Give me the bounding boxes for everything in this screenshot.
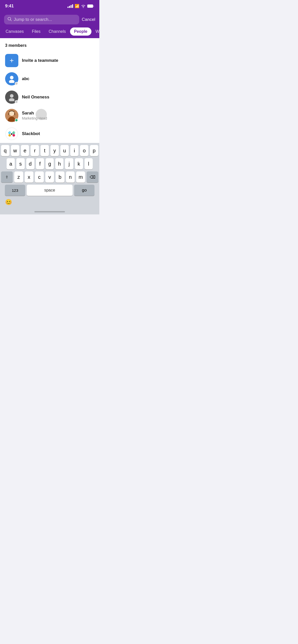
home-bar [34,211,65,212]
key-a[interactable]: a [7,158,15,169]
key-k[interactable]: k [75,158,83,169]
neil-name: Neil Oneness [22,95,94,100]
key-v[interactable]: v [45,171,54,183]
key-j[interactable]: j [65,158,73,169]
list-item[interactable]: abc [0,70,99,88]
key-numbers[interactable]: 123 [5,185,25,196]
key-y[interactable]: y [50,145,59,156]
search-area: Jump to or search... Cancel [0,12,99,27]
slackbot-text: Slackbot [22,131,94,136]
emoji-button[interactable]: 😊 [5,199,12,206]
key-delete[interactable]: ⌫ [87,171,98,183]
svg-rect-1 [87,5,93,8]
status-dot-online [15,119,18,122]
search-icon [8,17,12,22]
status-time: 9:41 [5,4,14,9]
plus-icon: + [10,57,14,64]
invite-name: Invite a teammate [22,58,94,63]
svg-point-20 [9,132,10,133]
list-item[interactable]: Neil Oneness [0,88,99,106]
tab-canvases[interactable]: Canvases [2,27,28,36]
key-h[interactable]: h [55,158,63,169]
search-box[interactable]: Jump to or search... [4,15,79,24]
status-bar: 9:41 📶 [0,0,99,12]
key-u[interactable]: u [60,145,69,156]
tabs-bar: Canvases Files Channels People Workflows [0,27,99,38]
key-z[interactable]: z [14,171,23,183]
cancel-button[interactable]: Cancel [82,17,95,22]
key-e[interactable]: e [21,145,29,156]
key-n[interactable]: n [66,171,75,183]
keyboard-row-1: q w e r t y u i o p [1,145,98,156]
key-r[interactable]: r [31,145,39,156]
search-placeholder: Jump to or search... [14,17,52,22]
tab-people[interactable]: People [70,27,91,36]
key-t[interactable]: t [40,145,49,156]
key-shift[interactable]: ⇧ [1,171,13,183]
svg-point-8 [9,98,15,101]
svg-point-19 [11,133,12,135]
svg-point-7 [10,94,13,98]
keyboard-row-3: ⇧ z x c v b n m ⌫ [1,171,98,183]
key-b[interactable]: b [56,171,64,183]
sarah-sub: Marketing Head [22,116,94,120]
list-item[interactable]: Slackbot [0,125,99,143]
keyboard-row-2: a s d f g h j k l [1,158,98,169]
list-item[interactable]: Sarah Marketing Head [0,106,99,125]
key-l[interactable]: l [85,158,93,169]
key-x[interactable]: x [25,171,34,183]
wifi-icon: 📶 [75,4,79,8]
invite-text: Invite a teammate [22,58,94,63]
sarah-avatar-wrapper [5,109,18,122]
slackbot-name: Slackbot [22,131,94,136]
keyboard-bottom-row: 123 space go [1,185,98,196]
neil-avatar-wrapper [5,91,18,104]
emoji-toolbar: 😊 [1,197,98,209]
neil-text: Neil Oneness [22,95,94,100]
key-q[interactable]: q [1,145,9,156]
tab-channels[interactable]: Channels [45,27,70,36]
abc-name: abc [22,76,94,81]
signal-icon [67,4,73,8]
key-d[interactable]: d [26,158,34,169]
key-go[interactable]: go [74,185,94,196]
wifi-icon-svg [81,4,86,8]
key-c[interactable]: c [35,171,44,183]
tab-files[interactable]: Files [28,27,45,36]
svg-point-11 [9,111,14,115]
tab-workflows[interactable]: Workflows [91,27,99,36]
status-dot-offline [15,100,18,104]
svg-line-4 [10,20,12,21]
key-space[interactable]: space [27,185,73,196]
home-indicator-area [1,209,98,213]
key-i[interactable]: i [70,145,79,156]
sarah-text: Sarah Marketing Head [22,111,94,120]
svg-point-5 [10,76,13,79]
keyboard: q w e r t y u i o p a s d f g h j k l [0,143,99,214]
invite-avatar: + [5,54,18,67]
key-g[interactable]: g [46,158,54,169]
status-dot-offline [15,82,18,85]
members-count: 3 members [0,38,99,51]
key-f[interactable]: f [36,158,44,169]
content-area: 3 members + Invite a teammate [0,38,99,143]
key-s[interactable]: s [16,158,24,169]
abc-text: abc [22,76,94,81]
list-item[interactable]: + Invite a teammate [0,51,99,70]
status-icons: 📶 [67,4,94,8]
slackbot-avatar [5,127,18,140]
battery-icon [87,4,94,8]
sarah-name: Sarah [22,111,94,116]
abc-avatar-wrapper [5,72,18,85]
key-w[interactable]: w [11,145,19,156]
key-p[interactable]: p [90,145,98,156]
svg-point-6 [9,80,15,83]
svg-rect-2 [93,6,94,7]
key-o[interactable]: o [80,145,88,156]
key-m[interactable]: m [76,171,85,183]
svg-point-21 [13,132,15,133]
